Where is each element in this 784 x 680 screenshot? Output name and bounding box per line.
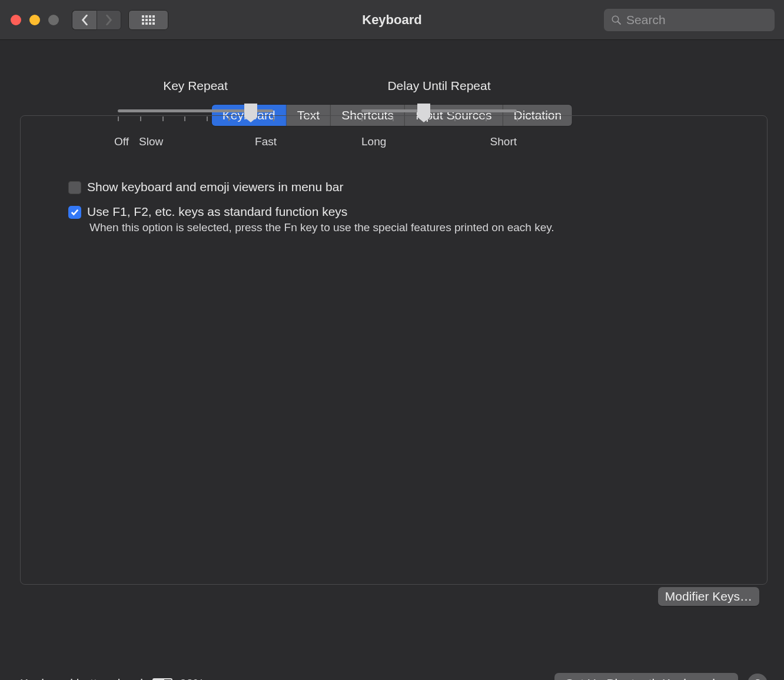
- chevron-left-icon: [81, 15, 89, 25]
- search-field[interactable]: [604, 9, 775, 31]
- key-repeat-slider-group: Key Repeat Off Slow Fast: [118, 79, 273, 148]
- chevron-right-icon: [105, 15, 113, 25]
- key-repeat-slow-label: Slow: [139, 135, 163, 148]
- key-repeat-fast-label: Fast: [255, 135, 277, 148]
- setup-bluetooth-keyboard-button[interactable]: Set Up Bluetooth Keyboard…: [554, 673, 738, 680]
- nav-buttons: [72, 10, 121, 30]
- search-icon: [611, 14, 622, 26]
- search-input[interactable]: [626, 13, 768, 27]
- minimize-window-button[interactable]: [29, 15, 40, 25]
- svg-point-0: [612, 16, 619, 22]
- battery-percent: 60%: [180, 676, 204, 680]
- settings-group: [20, 115, 768, 585]
- footer: Keyboard battery level: 60% Set Up Bluet…: [20, 671, 768, 680]
- zoom-window-button[interactable]: [48, 15, 59, 25]
- delay-until-repeat-slider[interactable]: [361, 107, 517, 128]
- modifier-keys-button[interactable]: Modifier Keys…: [658, 587, 759, 606]
- svg-line-1: [617, 21, 620, 24]
- close-window-button[interactable]: [11, 15, 21, 25]
- key-repeat-label: Key Repeat: [118, 79, 273, 93]
- key-repeat-slider[interactable]: [118, 107, 273, 128]
- battery-label: Keyboard battery level:: [20, 676, 147, 680]
- key-repeat-off-label: Off: [114, 135, 129, 148]
- window-titlebar: Keyboard: [0, 0, 784, 40]
- show-all-button[interactable]: [128, 10, 168, 30]
- grid-icon: [142, 15, 155, 25]
- help-button[interactable]: ?: [748, 674, 768, 680]
- delay-until-repeat-label: Delay Until Repeat: [361, 79, 517, 93]
- forward-button[interactable]: [97, 10, 121, 30]
- preference-pane: Keyboard Text Shortcuts Input Sources Di…: [0, 79, 784, 680]
- back-button[interactable]: [72, 10, 97, 30]
- window-controls: [11, 15, 59, 25]
